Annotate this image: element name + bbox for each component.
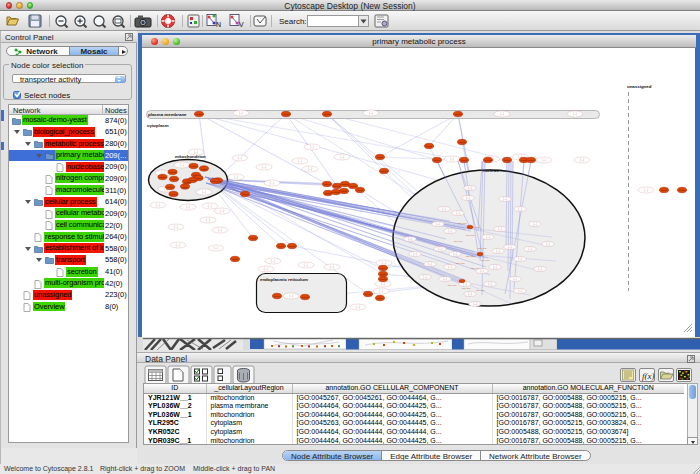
svg-text:(...): (...): [308, 167, 312, 171]
svg-text:mmm: mmm: [159, 176, 165, 179]
svg-text:mmm: mmm: [341, 190, 347, 193]
svg-text:(...): (...): [443, 277, 447, 281]
svg-text:Search:: Search:: [279, 17, 307, 26]
svg-text:mitochondrion: mitochondrion: [175, 154, 206, 159]
svg-text:(...): (...): [156, 203, 160, 207]
svg-text:mmm: mmm: [302, 296, 308, 299]
svg-text:mmm: mmm: [232, 258, 238, 261]
svg-text:(...): (...): [208, 204, 212, 208]
svg-text:mmm: mmm: [333, 191, 339, 194]
svg-text:mmm: mmm: [521, 159, 527, 162]
svg-text:mmm: mmm: [325, 192, 331, 195]
svg-text:mmm: mmm: [170, 193, 176, 196]
svg-text:mmm: mmm: [212, 180, 218, 183]
svg-text:(...): (...): [408, 237, 412, 241]
svg-text:(...): (...): [448, 265, 452, 269]
svg-text:(...): (...): [468, 186, 472, 190]
svg-text:(...): (...): [356, 305, 360, 309]
svg-text:(...): (...): [413, 252, 417, 256]
svg-text:(...): (...): [450, 157, 454, 161]
svg-text:mmm: mmm: [434, 159, 440, 162]
svg-text:(...): (...): [289, 294, 293, 298]
svg-text:(...): (...): [340, 155, 344, 159]
svg-text:mmm: mmm: [350, 185, 356, 188]
svg-text:mmm: mmm: [365, 293, 371, 296]
svg-text:(...): (...): [453, 252, 457, 256]
svg-text:mmm: mmm: [274, 295, 280, 298]
svg-text:(...): (...): [473, 302, 477, 306]
svg-text:(...): (...): [518, 257, 522, 261]
svg-text:(...): (...): [202, 190, 206, 194]
svg-text:(...): (...): [330, 265, 334, 269]
svg-text:(...): (...): [369, 111, 373, 115]
svg-text:mm-mm: mm-mm: [466, 255, 475, 258]
svg-text:(...): (...): [533, 222, 537, 226]
svg-text:(...): (...): [573, 112, 577, 116]
svg-text:(...): (...): [381, 282, 385, 286]
svg-text:(...): (...): [498, 227, 502, 231]
svg-text:mmm: mmm: [324, 183, 330, 186]
svg-text:mmm: mmm: [380, 273, 386, 276]
svg-text:(...): (...): [220, 209, 224, 213]
svg-text:(...): (...): [180, 163, 184, 167]
svg-text:mmm: mmm: [182, 186, 188, 189]
svg-text:mm-mm: mm-mm: [454, 240, 463, 243]
svg-text:f(x): f(x): [642, 371, 655, 381]
svg-text:mmm: mmm: [324, 113, 330, 116]
svg-text:mmm: mmm: [455, 113, 461, 116]
svg-text:(...): (...): [271, 259, 275, 263]
svg-text:mmm: mmm: [459, 141, 465, 144]
svg-text:(...): (...): [262, 165, 266, 169]
svg-text:mmm: mmm: [242, 193, 248, 196]
svg-text:(...): (...): [214, 246, 218, 250]
svg-text:(...): (...): [546, 242, 550, 246]
svg-text:(...): (...): [500, 112, 504, 116]
svg-text:(...): (...): [264, 267, 268, 271]
svg-text:mmm: mmm: [201, 168, 207, 171]
svg-text:mmm: mmm: [461, 159, 467, 162]
svg-text:(...): (...): [528, 247, 532, 251]
svg-text:(...): (...): [488, 282, 492, 286]
svg-text:(...): (...): [436, 222, 440, 226]
svg-text:mm-mm: mm-mm: [476, 289, 485, 292]
svg-text:(...): (...): [382, 261, 386, 265]
svg-text:mmm: mmm: [196, 113, 202, 116]
svg-text:(...): (...): [428, 262, 432, 266]
svg-text:mm-mm: mm-mm: [466, 234, 475, 237]
svg-text:mmm: mmm: [528, 159, 534, 162]
svg-text:mmm: mmm: [679, 189, 685, 192]
svg-text:mmm: mmm: [169, 171, 175, 174]
svg-text:mm-mm: mm-mm: [448, 284, 457, 287]
svg-text:mmm: mmm: [283, 113, 289, 116]
svg-text:(...): (...): [442, 207, 446, 211]
svg-text:(...): (...): [304, 263, 308, 267]
svg-text:mmm: mmm: [334, 185, 340, 188]
svg-text:(...): (...): [456, 211, 460, 215]
svg-text:mmm: mmm: [485, 159, 491, 162]
svg-text:(...): (...): [270, 181, 274, 185]
svg-text:(...): (...): [503, 197, 507, 201]
svg-text:(...): (...): [238, 156, 242, 160]
svg-text:mmm: mmm: [167, 186, 173, 189]
svg-text:(...): (...): [480, 269, 484, 273]
svg-text:(...): (...): [174, 225, 178, 229]
svg-text:mmm: mmm: [342, 183, 348, 186]
svg-text:unassigned: unassigned: [627, 84, 652, 89]
svg-text:(...): (...): [298, 159, 302, 163]
svg-text:(...): (...): [518, 207, 522, 211]
svg-text:(...): (...): [580, 158, 584, 162]
svg-text:(...): (...): [466, 196, 470, 200]
svg-text:(...): (...): [508, 245, 512, 249]
svg-text:mmm: mmm: [289, 245, 295, 248]
svg-text:mm-mm: mm-mm: [478, 247, 487, 250]
svg-text:(...): (...): [486, 235, 490, 239]
svg-text:mmm: mmm: [381, 170, 387, 173]
svg-text:mmm: mmm: [377, 297, 383, 300]
svg-text:mmm: mmm: [661, 189, 667, 192]
svg-text:(...): (...): [538, 267, 542, 271]
svg-text:(...): (...): [423, 275, 427, 279]
svg-text:(...): (...): [513, 277, 517, 281]
svg-text:(...): (...): [542, 158, 546, 162]
svg-text:(...): (...): [234, 175, 238, 179]
svg-text:(...): (...): [206, 218, 210, 222]
